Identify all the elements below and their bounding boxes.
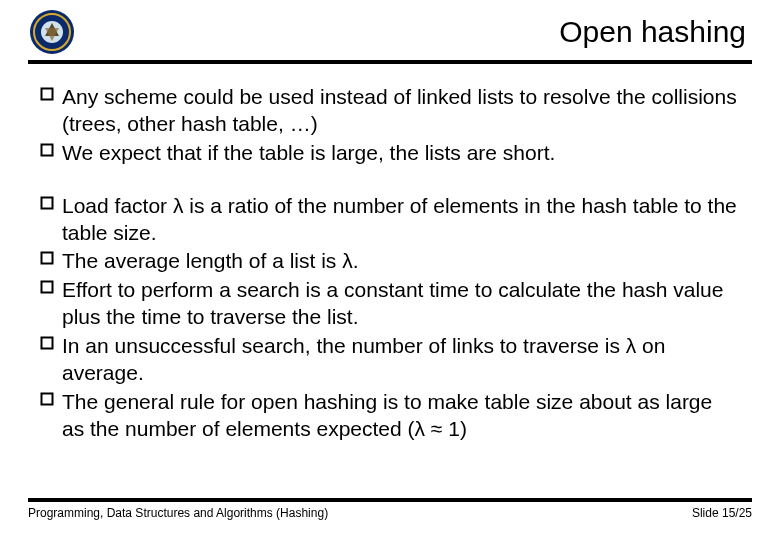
bullet-text: The average length of a list is λ. [62,248,740,275]
bullet-item: The average length of a list is λ. [40,248,740,275]
checkbox-bullet-icon [40,84,62,101]
bullet-text: The general rule for open hashing is to … [62,389,740,443]
logo-icon [28,8,76,56]
checkbox-bullet-icon [40,333,62,350]
checkbox-bullet-icon [40,389,62,406]
bullet-item: The general rule for open hashing is to … [40,389,740,443]
svg-rect-6 [42,144,53,155]
svg-rect-8 [42,253,53,264]
slide-title: Open hashing [76,15,752,49]
footer-right: Slide 15/25 [692,506,752,520]
bullet-text: Effort to perform a search is a constant… [62,277,740,331]
bullet-text: Any scheme could be used instead of link… [62,84,740,138]
checkbox-bullet-icon [40,193,62,210]
svg-rect-10 [42,338,53,349]
svg-rect-9 [42,282,53,293]
svg-rect-7 [42,197,53,208]
footer-row: Programming, Data Structures and Algorit… [28,506,752,520]
divider-bottom [28,498,752,502]
bullet-item: In an unsuccessful search, the number of… [40,333,740,387]
slide: Open hashing Any scheme could be used in… [0,0,780,540]
slide-body: Any scheme could be used instead of link… [0,64,780,443]
svg-rect-5 [42,89,53,100]
checkbox-bullet-icon [40,140,62,157]
bullet-text: In an unsuccessful search, the number of… [62,333,740,387]
bullet-item: Load factor λ is a ratio of the number o… [40,193,740,247]
checkbox-bullet-icon [40,248,62,265]
bullet-item: We expect that if the table is large, th… [40,140,740,167]
footer-left: Programming, Data Structures and Algorit… [28,506,328,520]
bullet-item: Effort to perform a search is a constant… [40,277,740,331]
bullet-group-2: Load factor λ is a ratio of the number o… [40,193,740,443]
bullet-text: Load factor λ is a ratio of the number o… [62,193,740,247]
bullet-group-1: Any scheme could be used instead of link… [40,84,740,167]
slide-footer: Programming, Data Structures and Algorit… [0,498,780,520]
bullet-item: Any scheme could be used instead of link… [40,84,740,138]
checkbox-bullet-icon [40,277,62,294]
svg-rect-11 [42,393,53,404]
bullet-text: We expect that if the table is large, th… [62,140,740,167]
slide-header: Open hashing [0,0,780,60]
